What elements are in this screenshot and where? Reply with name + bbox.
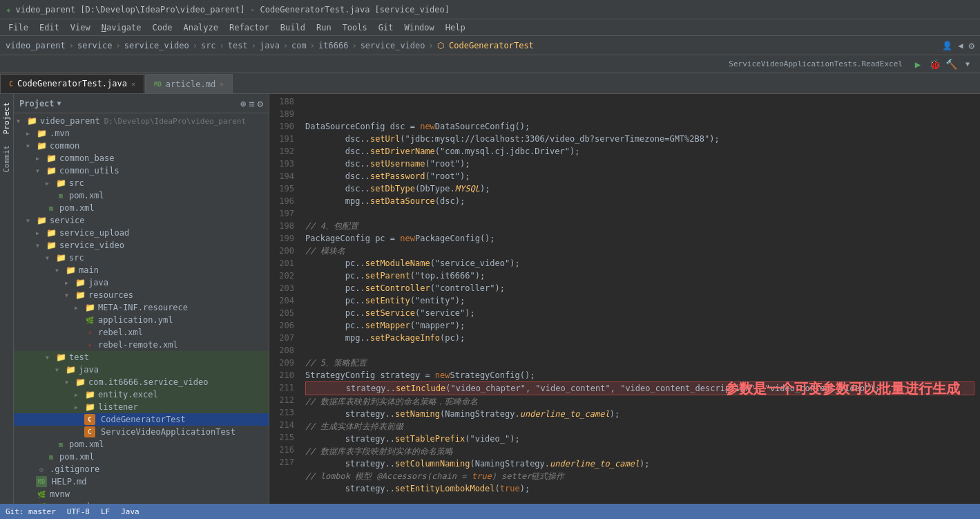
tree-item-cu-pom[interactable]: m pom.xml — [14, 189, 269, 202]
expand-sv-entity-excel[interactable] — [75, 391, 84, 398]
code-line-188[interactable]: DataSourceConfig dsc = new DataSourceCon… — [305, 120, 974, 133]
tree-item-sv-codegen[interactable]: C CodeGeneratorTest — [14, 413, 269, 426]
code-line-216[interactable]: // lombok 模型 @Accessors(chain = true) se… — [305, 470, 974, 482]
sidebar-add-btn[interactable]: ⊕ — [240, 98, 246, 109]
code-line-202[interactable]: pc..setEntity("entity"); — [305, 294, 974, 307]
tree-item-common[interactable]: 📁 common — [14, 140, 269, 152]
project-tab[interactable]: Project — [1, 97, 12, 140]
code-line-211[interactable]: strategy..setNaming(NamingStrategy.under… — [305, 408, 974, 420]
code-line-200[interactable]: pc..setParent("top.it6666"); — [305, 270, 974, 282]
menu-git[interactable]: Git — [373, 21, 399, 34]
expand-common-utils[interactable] — [36, 167, 46, 174]
bc-java[interactable]: java — [260, 41, 280, 50]
tree-item-mvn[interactable]: 📁 .mvn — [14, 127, 269, 140]
menu-window[interactable]: Window — [398, 21, 439, 34]
tree-item-pom-root[interactable]: m pom.xml — [14, 202, 269, 214]
code-line-206[interactable] — [305, 344, 974, 357]
bc-test[interactable]: test — [228, 41, 248, 50]
build-button[interactable]: 🔨 — [944, 57, 958, 71]
bc-service-video[interactable]: service_video — [124, 41, 189, 50]
commit-tab[interactable]: Commit — [1, 140, 12, 178]
menu-run[interactable]: Run — [311, 21, 337, 34]
code-line-203[interactable]: pc..setService("service"); — [305, 307, 974, 319]
tree-item-sv-apptest[interactable]: C ServiceVideoApplicationTest — [14, 426, 269, 438]
back-btn[interactable]: ◀ — [958, 41, 963, 50]
bc-service-video2[interactable]: service_video — [361, 41, 425, 50]
expand-sv-main[interactable] — [55, 267, 65, 274]
expand-sv-java[interactable] — [65, 279, 75, 286]
menu-build[interactable]: Build — [275, 21, 311, 34]
tree-item-sv-meta[interactable]: 📁 META-INF.resourece — [14, 301, 269, 314]
expand-service-upload[interactable] — [36, 229, 46, 236]
tree-item-sv-listener[interactable]: 📁 listener — [14, 401, 269, 413]
code-line-213[interactable]: strategy..setTablePrefix("video_"); — [305, 433, 974, 445]
tree-item-sv-src[interactable]: 📁 src — [14, 252, 269, 264]
menu-edit[interactable]: Edit — [34, 21, 65, 34]
tree-item-help-md[interactable]: MD HELP.md — [14, 475, 269, 488]
tree-item-gitignore[interactable]: ⊘ .gitignore — [14, 463, 269, 475]
bc-it6666[interactable]: it6666 — [318, 41, 348, 50]
code-line-199[interactable]: pc..setModuleName("service_video"); — [305, 257, 974, 270]
menu-code[interactable]: Code — [147, 21, 178, 34]
code-line-204[interactable]: pc..setMapper("mapper"); — [305, 319, 974, 332]
tree-item-sv-com[interactable]: 📁 com.it6666.service_video — [14, 376, 269, 388]
code-line-215[interactable]: strategy..setColumnNaming(NamingStrategy… — [305, 457, 974, 470]
expand-sv-resources[interactable] — [65, 292, 75, 299]
code-line-214[interactable]: // 数据库表字段映射到实体的命名策略 — [305, 445, 974, 457]
tree-item-mvnw[interactable]: 🌿 mvnw — [14, 488, 269, 500]
code-line-198[interactable]: // 模块名 — [305, 245, 974, 257]
code-line-194[interactable]: mpg..setDataSource(dsc); — [305, 195, 974, 207]
bc-src[interactable]: src — [201, 41, 216, 50]
tree-item-service-upload[interactable]: 📁 service_upload — [14, 227, 269, 239]
code-line-208[interactable]: StrategyConfig strategy = new StrategyCo… — [305, 369, 974, 381]
code-line-196[interactable]: // 4、包配置 — [305, 220, 974, 232]
code-line-192[interactable]: dsc..setPassword("root"); — [305, 170, 974, 182]
code-line-197[interactable]: PackageConfig pc = new PackageConfig(); — [305, 232, 974, 245]
menu-view[interactable]: View — [65, 21, 96, 34]
code-area[interactable]: DataSourceConfig dsc = new DataSourceCon… — [300, 94, 980, 504]
tree-item-sv-java[interactable]: 📁 java — [14, 276, 269, 289]
tree-item-sv-pom[interactable]: m pom.xml — [14, 438, 269, 451]
expand-service-video[interactable] — [36, 242, 46, 249]
expand-cu-src[interactable] — [46, 180, 55, 187]
expand-service[interactable] — [26, 217, 36, 224]
tree-item-sv-appyml[interactable]: 🌿 application.yml — [14, 314, 269, 326]
code-line-191[interactable]: dsc..setUsername("root"); — [305, 158, 974, 170]
tab-article-md[interactable]: MD article.md ✕ — [145, 74, 233, 93]
expand-mvn[interactable] — [26, 130, 36, 137]
expand-video-parent[interactable] — [17, 117, 26, 124]
tree-item-sv-rebel-remote[interactable]: ⚡ rebel-remote.xml — [14, 339, 269, 351]
tree-item-sv-rebel[interactable]: ⚡ rebel.xml — [14, 326, 269, 339]
expand-sv-src[interactable] — [46, 254, 55, 261]
tree-item-cu-src[interactable]: 📁 src — [14, 177, 269, 189]
sidebar-dropdown[interactable]: ▼ — [57, 100, 61, 107]
tree-item-common-base[interactable]: 📁 common_base — [14, 152, 269, 164]
more-run-options[interactable]: ▼ — [961, 57, 974, 71]
code-line-212[interactable]: // 生成实体时去掉表前缀 — [305, 420, 974, 433]
run-button[interactable]: ▶ — [911, 57, 925, 71]
code-line-207[interactable]: // 5、策略配置 — [305, 357, 974, 369]
menu-help[interactable]: Help — [440, 21, 471, 34]
tree-item-service[interactable]: 📁 service — [14, 214, 269, 227]
code-line-193[interactable]: dsc..setDbType(DbType.MYSQL); — [305, 182, 974, 195]
menu-navigate[interactable]: Navigate — [96, 21, 147, 34]
bc-video-parent[interactable]: video_parent — [6, 41, 66, 50]
tree-item-sv-test[interactable]: 📁 test — [14, 351, 269, 364]
expand-sv-listener[interactable] — [75, 404, 84, 411]
code-line-190[interactable]: dsc..setDriverName("com.mysql.cj.jdbc.Dr… — [305, 145, 974, 158]
code-line-195[interactable] — [305, 207, 974, 220]
sidebar-collapse-btn[interactable]: ≡ — [249, 98, 254, 109]
tree-item-sv-test-java[interactable]: 📁 java — [14, 364, 269, 376]
expand-sv-test[interactable] — [46, 354, 55, 361]
tree-item-common-utils[interactable]: 📁 common_utils — [14, 164, 269, 177]
bc-service[interactable]: service — [77, 41, 113, 50]
code-line-205[interactable]: mpg..setPackageInfo(pc); — [305, 332, 974, 344]
expand-sv-meta[interactable] — [75, 304, 84, 311]
expand-sv-com[interactable] — [65, 379, 75, 386]
code-line-210[interactable]: // 数据库表映射到实体的命名策略，驼峰命名 — [305, 395, 974, 408]
menu-analyze[interactable]: Analyze — [177, 21, 224, 34]
tab-codegeneratortest[interactable]: C CodeGeneratorTest.java ✕ — [0, 74, 144, 93]
code-line-209[interactable]: strategy..setInclude("video_chapter", "v… — [305, 381, 974, 395]
debug-button[interactable]: 🐞 — [928, 57, 941, 71]
tree-item-sv-pom2[interactable]: m pom.xml — [14, 451, 269, 463]
